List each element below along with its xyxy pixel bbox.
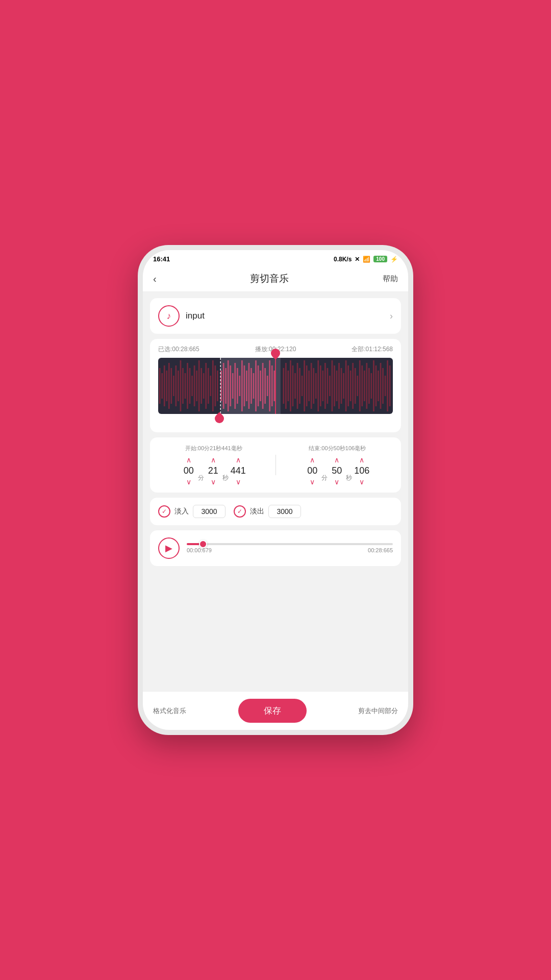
slider-track[interactable] bbox=[187, 543, 393, 545]
svg-rect-69 bbox=[324, 363, 326, 409]
svg-rect-71 bbox=[329, 376, 331, 396]
svg-rect-65 bbox=[315, 373, 317, 399]
start-min-unit: 分 bbox=[198, 474, 204, 485]
svg-rect-86 bbox=[364, 371, 365, 401]
status-bar: 16:41 0.8K/s ✕ 📶 100 ⚡ bbox=[143, 250, 408, 266]
end-minutes-col: ∧ 00 ∨ bbox=[305, 456, 319, 485]
waveform-card: 已选:00:28:665 播放:00:22:120 全部:01:12:568 bbox=[150, 339, 401, 432]
svg-rect-67 bbox=[320, 365, 321, 406]
start-time-label: 开始:00分21秒441毫秒 bbox=[158, 445, 269, 452]
start-seconds-col: ∧ 21 ∨ bbox=[206, 456, 220, 485]
end-seconds-col: ∧ 50 ∨ bbox=[330, 456, 344, 485]
svg-rect-22 bbox=[210, 376, 211, 396]
bottom-bar: 格式化音乐 保存 剪去中间部分 bbox=[143, 691, 408, 730]
bottom-pin[interactable] bbox=[215, 414, 224, 423]
start-sec-up[interactable]: ∧ bbox=[211, 456, 216, 463]
end-ms-up[interactable]: ∧ bbox=[359, 456, 364, 463]
svg-rect-8 bbox=[178, 371, 179, 401]
status-right: 0.8K/s ✕ 📶 100 ⚡ bbox=[334, 256, 398, 263]
battery-icon: 100 bbox=[373, 256, 387, 262]
svg-rect-17 bbox=[198, 360, 200, 411]
svg-rect-92 bbox=[378, 371, 379, 401]
svg-rect-90 bbox=[373, 360, 374, 411]
start-min-up[interactable]: ∧ bbox=[186, 456, 191, 463]
top-bar: ‹ 剪切音乐 帮助 bbox=[143, 266, 408, 292]
player-card: ▶ 00:00:679 00:28:665 bbox=[150, 530, 401, 566]
trim-middle-button[interactable]: 剪去中间部分 bbox=[358, 706, 398, 716]
top-pin[interactable] bbox=[271, 349, 280, 358]
svg-rect-23 bbox=[212, 360, 214, 411]
svg-rect-79 bbox=[347, 365, 349, 406]
svg-rect-80 bbox=[350, 371, 352, 401]
total-time: 全部:01:12:568 bbox=[352, 345, 393, 354]
start-sec-unit: 秒 bbox=[222, 474, 229, 485]
play-button[interactable]: ▶ bbox=[158, 537, 180, 559]
svg-rect-5 bbox=[170, 368, 172, 404]
end-time-label: 结束:00分50秒106毫秒 bbox=[282, 445, 393, 452]
fade-out-check[interactable]: ✓ bbox=[234, 505, 246, 518]
waveform-area bbox=[158, 358, 393, 414]
svg-rect-61 bbox=[306, 365, 308, 406]
start-minutes-col: ∧ 00 ∨ bbox=[182, 456, 196, 485]
svg-rect-4 bbox=[168, 363, 170, 409]
start-ms-up[interactable]: ∧ bbox=[236, 456, 241, 463]
start-ms-col: ∧ 441 ∨ bbox=[231, 456, 246, 485]
svg-rect-11 bbox=[185, 373, 186, 399]
save-button[interactable]: 保存 bbox=[238, 699, 307, 723]
end-ms-down[interactable]: ∨ bbox=[359, 478, 364, 485]
svg-rect-13 bbox=[189, 368, 191, 404]
fade-in-input[interactable] bbox=[193, 505, 226, 518]
back-button[interactable]: ‹ bbox=[153, 273, 157, 285]
chevron-right-icon: › bbox=[390, 311, 393, 322]
end-minutes-value: 00 bbox=[305, 465, 319, 476]
waveform-display[interactable] bbox=[158, 358, 393, 414]
music-note-icon: ♪ bbox=[167, 311, 171, 322]
fade-controls: ✓ 淡入 ✓ 淡出 bbox=[158, 505, 393, 518]
end-time-controls: ∧ 00 ∨ 分 ∧ 50 ∨ 秒 bbox=[282, 456, 393, 485]
phone-screen: 16:41 0.8K/s ✕ 📶 100 ⚡ ‹ 剪切音乐 帮助 bbox=[143, 250, 408, 730]
svg-rect-52 bbox=[285, 363, 287, 409]
time-divider bbox=[276, 455, 276, 475]
svg-rect-16 bbox=[196, 371, 197, 401]
file-info: ♪ input bbox=[158, 305, 205, 327]
end-sec-up[interactable]: ∧ bbox=[334, 456, 339, 463]
format-music-button[interactable]: 格式化音乐 bbox=[153, 706, 186, 716]
svg-rect-21 bbox=[208, 368, 209, 404]
help-button[interactable]: 帮助 bbox=[383, 274, 398, 284]
end-min-up[interactable]: ∧ bbox=[310, 456, 315, 463]
start-min-down[interactable]: ∨ bbox=[186, 478, 191, 485]
file-selector[interactable]: ♪ input › bbox=[158, 305, 393, 327]
svg-rect-85 bbox=[361, 365, 363, 406]
svg-rect-2 bbox=[164, 365, 165, 406]
total-duration: 00:28:665 bbox=[368, 547, 393, 553]
svg-rect-64 bbox=[313, 368, 314, 404]
svg-rect-25 bbox=[217, 371, 218, 401]
current-time: 00:00:679 bbox=[187, 547, 212, 553]
end-sec-down[interactable]: ∨ bbox=[334, 478, 339, 485]
fade-out-input[interactable] bbox=[268, 505, 301, 518]
fade-out-label: 淡出 bbox=[250, 507, 264, 516]
svg-rect-15 bbox=[194, 365, 195, 406]
end-min-down[interactable]: ∨ bbox=[310, 478, 315, 485]
page-title: 剪切音乐 bbox=[250, 272, 289, 285]
start-sec-down[interactable]: ∨ bbox=[211, 478, 216, 485]
svg-rect-12 bbox=[187, 363, 188, 409]
svg-rect-94 bbox=[382, 368, 384, 404]
time-editor-card: 开始:00分21秒441毫秒 ∧ 00 ∨ 分 ∧ 21 ∨ bbox=[150, 437, 401, 493]
svg-rect-20 bbox=[205, 363, 207, 409]
svg-rect-62 bbox=[308, 371, 310, 401]
selected-time: 已选:00:28:665 bbox=[158, 345, 199, 354]
content-area: ♪ input › 已选:00:28:665 播放:00:22:120 全部:0… bbox=[143, 292, 408, 691]
fade-in-check[interactable]: ✓ bbox=[158, 505, 170, 518]
waveform-svg bbox=[158, 358, 393, 414]
start-ms-down[interactable]: ∨ bbox=[236, 478, 241, 485]
play-icon: ▶ bbox=[165, 543, 172, 554]
svg-rect-6 bbox=[173, 376, 174, 396]
file-selector-card: ♪ input › bbox=[150, 298, 401, 334]
status-time: 16:41 bbox=[153, 255, 170, 263]
svg-rect-54 bbox=[290, 360, 291, 411]
slider-thumb[interactable] bbox=[199, 540, 207, 548]
phone-frame: 16:41 0.8K/s ✕ 📶 100 ⚡ ‹ 剪切音乐 帮助 bbox=[138, 245, 413, 735]
svg-rect-56 bbox=[294, 373, 296, 399]
fade-in-label: 淡入 bbox=[174, 507, 189, 516]
